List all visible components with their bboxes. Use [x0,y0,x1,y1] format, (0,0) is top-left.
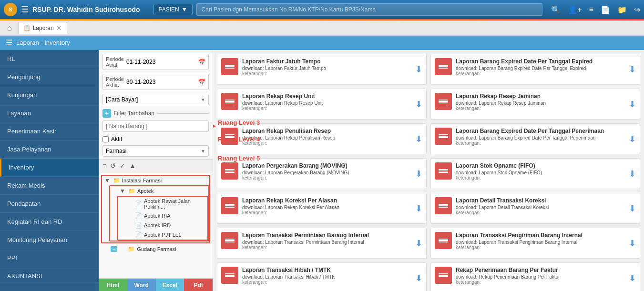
tree-refresh-icon[interactable]: ↺ [110,162,116,170]
tree-check-icon[interactable]: ✓ [120,162,125,170]
nav-item-kegiatan-ri-rd[interactable]: Kegiatan RI dan RD [0,213,99,231]
download-button[interactable]: ⬇ [629,203,636,214]
report-title: Laporan Stok Opname (FIFO) [456,162,625,169]
tree-item-gudang-farmasi[interactable]: + 📁 Gudang Farmasi [108,244,210,254]
report-card: Laporan Rekap Resep Unit download: Lapor… [217,89,427,120]
nav-item-kunjungan[interactable]: Kunjungan [0,86,99,104]
tree-expand-icon[interactable]: ▲ [129,162,136,170]
nav-item-jasa-pelayanan[interactable]: Jasa Pelayanan [0,140,99,159]
report-card: Laporan Rekap Penulisan Resep download: … [217,123,427,154]
report-icon [221,267,238,284]
topbar: S ☰ RSUP. DR. Wahidin Sudirohusodo PASIE… [0,0,644,19]
report-card: Laporan Faktur Jatuh Tempo download: Lap… [217,54,427,85]
gudang-expand-btn[interactable]: + [111,246,117,252]
filter-tambahan-row: + Filter Tambahan [102,109,209,118]
nav-item-pendapatan[interactable]: Pendapatan [0,195,99,213]
download-button[interactable]: ⬇ [415,169,422,179]
tree-item-apotek-pjt[interactable]: 📄 Apotek PJT Lt.1 [133,230,207,240]
section-menu-icon[interactable]: ☰ [6,38,12,47]
periode-akhir-input[interactable] [126,79,198,85]
report-download: download: Laporan Rekap Resep Jaminan [456,100,625,106]
report-icon [435,128,452,145]
list-icon[interactable]: ≡ [589,5,593,14]
nama-barang-input[interactable] [102,120,209,132]
report-info: Laporan Rekap Penulisan Resep download: … [242,128,411,146]
download-button[interactable]: ⬇ [629,169,636,179]
home-tab[interactable]: ⌂ [2,21,17,35]
report-download: download: Laporan Barang Expired Date Pe… [456,66,625,71]
tree-item-apotek-ria[interactable]: 📄 Apotek RIA [133,211,207,221]
file-icon-rawat-jalan: 📄 [135,201,142,207]
report-title: Laporan Faktur Jatuh Tempo [242,58,411,65]
tree-item-instalasi-farmasi[interactable]: ▼ 📁 Instalasi Farmasi [102,176,209,185]
report-title: Laporan Rekap Penulisan Resep [242,128,411,134]
download-button[interactable]: ⬇ [629,99,636,110]
nav-item-rl[interactable]: RL [0,50,99,68]
tree-item-apotek[interactable]: ▼ 📁 Apotek [117,186,208,196]
folder-icon[interactable]: 📁 [617,5,627,14]
topbar-icons: 🔍 👤+ ≡ 📄 📁 ↪ [551,5,640,14]
periode-awal-input[interactable] [126,59,198,65]
html-button[interactable]: Html [99,279,127,291]
search-input[interactable] [196,3,543,16]
pdf-button[interactable]: Pdf [184,279,213,291]
nav-item-layanan[interactable]: Layanan [0,104,99,122]
logout-icon[interactable]: ↪ [634,5,640,14]
tree-toggle-instalasi[interactable]: ▼ [104,177,111,184]
tree-item-apotek-rawat-jalan[interactable]: 📄 Apotek Rawat Jalan Poliklin... [133,197,207,211]
document-icon[interactable]: 📄 [601,5,610,14]
nav-item-pengunjung[interactable]: Pengunjung [0,68,99,86]
download-button[interactable]: ⬇ [415,273,422,283]
report-download: download: Laporan Transaksi Hibah / TMTK [242,274,411,280]
svg-text:S: S [9,7,12,12]
download-button[interactable]: ⬇ [629,238,636,249]
pasien-dropdown[interactable]: PASIEN ▼ [153,4,193,15]
tree-list-icon[interactable]: ≡ [102,162,106,170]
download-button[interactable]: ⬇ [415,203,422,214]
download-button[interactable]: ⬇ [629,134,636,144]
report-title: Laporan Transaksi Hibah / TMTK [242,267,411,273]
aktif-checkbox[interactable] [102,136,109,142]
tree-label-ria: Apotek RIA [144,213,171,219]
download-button[interactable]: ⬇ [415,134,422,144]
nav-item-monitoring-pelayanan[interactable]: Monitoring Pelayanan [0,231,99,249]
word-button[interactable]: Word [127,279,156,291]
search-icon[interactable]: 🔍 [551,5,561,14]
cara-bayar-dropdown[interactable]: [Cara Bayar] ▼ [102,94,209,105]
excel-button[interactable]: Excel [156,279,184,291]
download-button[interactable]: ⬇ [415,99,422,110]
periode-akhir-label: Periode Akhir: [106,76,124,88]
tree-item-apotek-ird[interactable]: 📄 Apotek IRD [133,221,207,230]
nav-item-penerimaan-kasir[interactable]: Penerimaan Kasir [0,122,99,140]
report-card: Laporan Stok Opname (FIFO) download: Lap… [430,158,640,189]
tab-close-button[interactable]: ✕ [56,24,62,32]
farmasi-dropdown[interactable]: Farmasi ▼ [102,145,209,157]
nav-item-rekam-medis[interactable]: Rekam Medis [0,177,99,195]
report-card: Laporan Detail Transaksi Koreksi downloa… [430,193,640,224]
periode-akhir-group: Periode Akhir: 📅 [102,74,209,90]
report-card: Laporan Barang Expired Date Per Tanggal … [430,123,640,154]
calendar-awal-icon[interactable]: 📅 [198,59,205,66]
nav-item-inventory[interactable]: Inventory [0,159,99,177]
report-download: download: Laporan Rekap Resep Unit [242,100,411,106]
report-keterangan: keterangan: [242,280,411,285]
download-button[interactable]: ⬇ [415,238,422,249]
filter-tambahan-add-button[interactable]: + [102,109,111,118]
report-card: Rekap Penerimaan Barang Per Faktur downl… [430,262,640,291]
download-button[interactable]: ⬇ [629,273,636,283]
download-button[interactable]: ⬇ [415,64,422,75]
add-user-icon[interactable]: 👤+ [568,5,582,14]
tree-toggle-apotek[interactable]: ▼ [120,188,126,194]
report-info: Laporan Faktur Jatuh Tempo download: Lap… [242,58,411,76]
report-icon [435,232,452,249]
nav-item-akuntansi[interactable]: AKUNTANSI [0,267,99,285]
report-keterangan: keterangan: [456,175,625,181]
report-download: download: Laporan Faktur Jatuh Tempo [242,66,411,71]
download-button[interactable]: ⬇ [629,64,636,75]
laporan-tab[interactable]: 📋 Laporan ✕ [18,22,67,34]
nama-barang-group [102,120,209,132]
calendar-akhir-icon[interactable]: 📅 [198,79,205,86]
hamburger-menu[interactable]: ☰ [21,4,29,15]
nav-item-ppi[interactable]: PPI [0,249,99,267]
report-info: Laporan Transaksi Pengiriman Barang Inte… [456,232,625,250]
